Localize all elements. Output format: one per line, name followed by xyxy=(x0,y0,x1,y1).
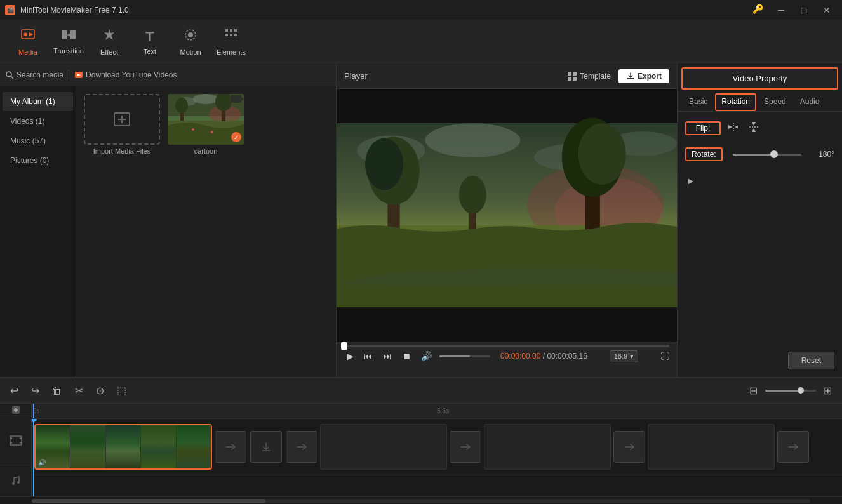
toolbar-text[interactable]: T Text xyxy=(130,23,170,61)
timeline-add-button[interactable] xyxy=(0,404,31,416)
timeline-ruler: 0s 5.6s xyxy=(32,404,842,419)
zoom-slider[interactable] xyxy=(765,390,816,392)
svg-rect-7 xyxy=(225,29,228,32)
step-forward-button[interactable]: ⏭ xyxy=(380,350,394,362)
close-button[interactable]: ✕ xyxy=(817,4,837,17)
progress-bar[interactable] xyxy=(344,345,669,347)
tl-delete-button[interactable]: 🗑 xyxy=(50,383,65,399)
download-youtube-button[interactable]: Download YouTube Videos xyxy=(74,70,177,79)
film-icon xyxy=(10,434,22,447)
flip-horizontal-button[interactable] xyxy=(726,119,741,137)
progress-thumb[interactable] xyxy=(341,342,347,350)
svg-rect-3 xyxy=(62,30,67,39)
cartoon-media-item[interactable]: ✓ cartoon xyxy=(168,94,244,155)
frame-3 xyxy=(106,425,141,468)
motion-icon xyxy=(183,27,198,46)
sidebar-item-music[interactable]: Music (57) xyxy=(3,131,73,150)
volume-slider[interactable] xyxy=(439,355,490,357)
audio-track-icon[interactable] xyxy=(0,465,31,496)
toolbar-elements[interactable]: Elements xyxy=(211,23,251,61)
transition-arrow-icon-2 xyxy=(295,441,308,453)
video-clip[interactable]: 🔊 xyxy=(34,424,212,470)
zoom-out-button[interactable]: ⊟ xyxy=(747,382,760,399)
svg-point-67 xyxy=(12,482,15,485)
tl-split-button[interactable]: ✂ xyxy=(72,382,86,399)
key-icon: 🔑 xyxy=(752,4,763,17)
video-property-header: Video Property xyxy=(681,67,838,90)
tl-crop-button[interactable]: ⬚ xyxy=(114,382,129,399)
timeline-tracks: 🔊 xyxy=(32,419,842,496)
rotate-thumb[interactable] xyxy=(770,150,778,158)
sidebar: My Album (1) Videos (1) Music (57) Pictu… xyxy=(0,86,76,377)
template-button[interactable]: Template xyxy=(567,71,611,81)
transition-slot-1[interactable] xyxy=(215,431,246,463)
reset-button[interactable]: Reset xyxy=(788,352,834,369)
collapse-arrow[interactable]: ▶ xyxy=(685,174,696,188)
toolbar-effect[interactable]: Effect xyxy=(89,23,130,61)
sidebar-item-album[interactable]: My Album (1) xyxy=(3,92,73,111)
clip-volume-icon: 🔊 xyxy=(38,459,46,466)
volume-button[interactable]: 🔊 xyxy=(418,350,434,362)
elements-icon xyxy=(224,27,239,46)
toolbar-motion[interactable]: Motion xyxy=(170,23,211,61)
tl-audio-button[interactable]: ⊙ xyxy=(93,382,107,399)
toolbar-media[interactable]: Media xyxy=(8,23,48,61)
timeline-track-controls xyxy=(0,404,32,496)
svg-rect-63 xyxy=(10,437,12,439)
stop-button[interactable]: ⏹ xyxy=(399,350,413,362)
tl-redo-button[interactable]: ↪ xyxy=(29,382,42,399)
right-panel: Video Property Basic Rotation Speed Audi… xyxy=(677,63,842,377)
play-button[interactable]: ▶ xyxy=(344,350,356,362)
svg-point-13 xyxy=(6,72,11,77)
transition-slot-5[interactable] xyxy=(613,431,645,463)
svg-rect-64 xyxy=(10,442,12,444)
sub-toolbar-divider xyxy=(69,70,69,80)
fullscreen-button[interactable]: ⛶ xyxy=(660,351,669,361)
transition-slot-6[interactable] xyxy=(777,431,809,463)
zoom-controls: ⊟ ⊞ xyxy=(747,382,834,399)
svg-rect-35 xyxy=(573,72,577,76)
svg-rect-11 xyxy=(230,34,232,36)
ruler-playhead xyxy=(33,404,34,418)
minimize-button[interactable]: ─ xyxy=(771,4,791,17)
video-track-icon[interactable] xyxy=(0,416,31,465)
zoom-thumb[interactable] xyxy=(798,387,804,394)
tab-basic[interactable]: Basic xyxy=(683,93,714,111)
cartoon-label: cartoon xyxy=(194,147,218,155)
maximize-button[interactable]: □ xyxy=(794,4,814,17)
transition-slot-2[interactable] xyxy=(250,431,282,463)
import-media-item[interactable]: Import Media Files xyxy=(84,94,160,155)
timeline-scrollbar[interactable] xyxy=(0,496,842,504)
flip-vertical-button[interactable] xyxy=(746,119,761,137)
step-back-button[interactable]: ⏮ xyxy=(361,350,375,362)
import-placeholder xyxy=(84,94,160,145)
toolbar-transition[interactable]: Transition xyxy=(48,23,89,61)
transition-slot-3[interactable] xyxy=(286,431,317,463)
empty-slot-3 xyxy=(648,424,775,470)
toolbar-effect-label: Effect xyxy=(100,48,118,56)
tab-audio[interactable]: Audio xyxy=(794,93,826,111)
svg-marker-2 xyxy=(29,32,33,36)
search-icon xyxy=(5,70,14,79)
toolbar-text-label: Text xyxy=(144,48,156,55)
export-button[interactable]: Export xyxy=(618,69,669,83)
tab-speed[interactable]: Speed xyxy=(758,93,792,111)
app-title: MiniTool MovieMaker Free 7.1.0 xyxy=(20,6,752,15)
transition-slot-4[interactable] xyxy=(450,431,481,463)
property-content: Flip: Rotate: xyxy=(678,112,842,377)
aspect-ratio-selector[interactable]: 16:9 ▾ xyxy=(610,350,638,362)
transition-icon xyxy=(61,29,76,44)
text-icon: T xyxy=(145,29,154,45)
rotate-slider[interactable] xyxy=(733,154,801,156)
svg-rect-65 xyxy=(20,437,22,439)
scroll-thumb[interactable] xyxy=(32,499,265,503)
tl-undo-button[interactable]: ↩ xyxy=(8,382,21,399)
search-media-button[interactable]: Search media xyxy=(5,70,63,79)
svg-rect-4 xyxy=(70,30,76,39)
sidebar-item-pictures[interactable]: Pictures (0) xyxy=(3,151,73,170)
player-actions: Template Export xyxy=(567,69,669,83)
tab-rotation[interactable]: Rotation xyxy=(715,93,756,111)
zoom-in-button[interactable]: ⊞ xyxy=(821,382,834,399)
sidebar-item-videos[interactable]: Videos (1) xyxy=(3,112,73,131)
transition-download-icon xyxy=(260,441,272,453)
